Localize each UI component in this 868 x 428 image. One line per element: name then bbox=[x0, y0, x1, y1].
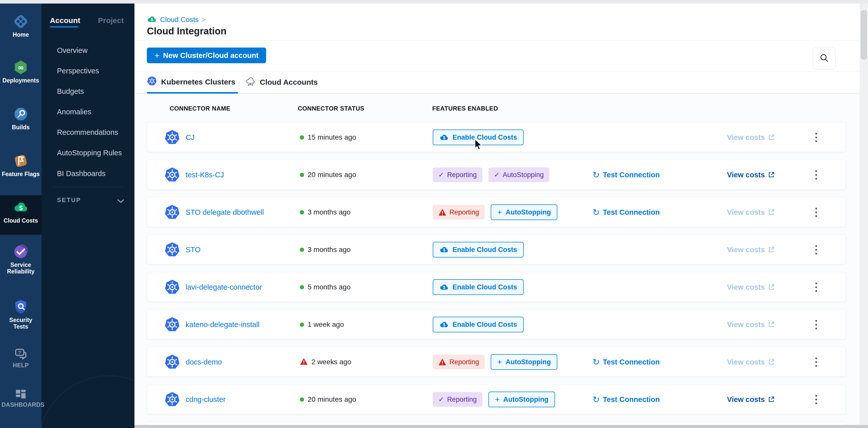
connector-status-text: 5 months ago bbox=[308, 283, 351, 291]
refresh-icon: ↻ bbox=[592, 208, 600, 217]
new-cluster-cloud-account-button[interactable]: + New Cluster/Cloud account bbox=[147, 47, 266, 63]
rail-item-feature-flags[interactable]: Feature Flags bbox=[0, 153, 41, 177]
check-icon: ✓ bbox=[438, 395, 444, 403]
window-top-strip bbox=[0, 0, 868, 4]
table-row: docs-demo2 weeks agoReporting+AutoStoppi… bbox=[147, 347, 846, 377]
add-autostopping-button[interactable]: +AutoStopping bbox=[491, 354, 557, 370]
rail-item-security-tests[interactable]: Security Tests bbox=[0, 299, 41, 330]
nav-item-overview[interactable]: Overview bbox=[57, 46, 88, 55]
test-connection-button[interactable]: ↻Test Connection bbox=[592, 197, 660, 227]
kebab-menu-icon bbox=[813, 242, 819, 257]
row-menu-button[interactable] bbox=[813, 235, 819, 265]
reporting-badge: ✓Reporting bbox=[433, 167, 483, 182]
row-menu-button[interactable] bbox=[813, 385, 819, 414]
rail-item-home[interactable]: Home bbox=[0, 14, 41, 38]
connector-name-link[interactable]: STO delegate dbothwell bbox=[186, 208, 264, 217]
status-ok-dot bbox=[300, 248, 304, 252]
vertical-scrollbar-thumb[interactable] bbox=[861, 10, 867, 60]
horizontal-scrollbar[interactable] bbox=[134, 425, 868, 428]
service-reliability-icon bbox=[0, 244, 41, 260]
vertical-scrollbar[interactable] bbox=[860, 4, 868, 428]
home-icon bbox=[0, 14, 41, 29]
svg-text:∞: ∞ bbox=[18, 63, 24, 72]
test-connection-button[interactable]: ↻Test Connection bbox=[592, 160, 660, 190]
row-menu-button[interactable] bbox=[813, 197, 819, 227]
row-menu-button[interactable] bbox=[813, 347, 819, 377]
search-icon bbox=[819, 53, 830, 64]
table-row: test-K8s-CJ20 minutes ago✓Reporting✓Auto… bbox=[147, 160, 846, 190]
row-menu-button[interactable] bbox=[813, 160, 819, 190]
view-costs-link[interactable]: View costs bbox=[727, 272, 775, 302]
add-autostopping-button[interactable]: +AutoStopping bbox=[489, 392, 555, 407]
rail-item-deployments[interactable]: ∞Deployments bbox=[0, 60, 41, 84]
svg-text:$: $ bbox=[443, 248, 445, 252]
status-ok-dot bbox=[300, 173, 304, 177]
rail-item-cloud-costs[interactable]: $Cloud Costs bbox=[0, 200, 41, 224]
feature-flags-icon bbox=[0, 153, 41, 169]
row-menu-button[interactable] bbox=[813, 123, 819, 152]
enable-cloud-costs-button[interactable]: $Enable Cloud Costs bbox=[433, 317, 524, 332]
connector-status-text: 2 weeks ago bbox=[311, 358, 351, 366]
view-costs-link[interactable]: View costs bbox=[727, 347, 775, 377]
view-costs-link[interactable]: View costs bbox=[727, 385, 775, 414]
view-costs-link[interactable]: View costs bbox=[727, 160, 775, 190]
connector-name-link[interactable]: kateno-delegate-install bbox=[186, 321, 259, 329]
view-costs-link[interactable]: View costs bbox=[727, 235, 775, 265]
connector-name-link[interactable]: STO bbox=[186, 245, 200, 254]
row-menu-button[interactable] bbox=[813, 309, 819, 339]
chevron-down-icon[interactable] bbox=[117, 198, 125, 205]
view-costs-link[interactable]: View costs bbox=[727, 123, 775, 152]
nav-item-recommendations[interactable]: Recommendations bbox=[57, 128, 118, 137]
enable-cloud-costs-button[interactable]: $Enable Cloud Costs bbox=[433, 242, 524, 258]
kubernetes-icon bbox=[164, 385, 180, 414]
connector-name-link[interactable]: lavi-delegate-connector bbox=[186, 283, 262, 291]
view-costs-link[interactable]: View costs bbox=[727, 197, 775, 227]
test-connection-button[interactable]: ↻Test Connection bbox=[592, 347, 660, 377]
plus-icon: + bbox=[497, 208, 502, 217]
nav-item-bi-dashboards[interactable]: BI Dashboards bbox=[57, 169, 105, 178]
enable-cloud-costs-button[interactable]: $Enable Cloud Costs bbox=[433, 279, 524, 295]
nav-item-anomalies[interactable]: Anomalies bbox=[57, 107, 91, 116]
cloud-costs-nav-panel: Account Project OverviewPerspectivesBudg… bbox=[41, 4, 134, 428]
svg-text:$: $ bbox=[443, 285, 445, 290]
tab-cloud-accounts[interactable]: Cloud Accounts bbox=[245, 76, 318, 88]
tab-kubernetes-clusters[interactable]: Kubernetes Clusters bbox=[147, 76, 235, 88]
rail-item-builds[interactable]: Builds bbox=[0, 106, 41, 131]
svg-text:$: $ bbox=[443, 136, 445, 140]
test-connection-button[interactable]: ↻Test Connection bbox=[592, 385, 660, 414]
add-autostopping-button[interactable]: +AutoStopping bbox=[491, 204, 557, 220]
row-menu-button[interactable] bbox=[813, 272, 819, 302]
nav-item-perspectives[interactable]: Perspectives bbox=[57, 67, 99, 75]
autostopping-badge: ✓AutoStopping bbox=[489, 167, 550, 182]
nav-item-autostopping-rules[interactable]: AutoStopping Rules bbox=[57, 149, 122, 157]
rail-item-help[interactable]: ?HELP bbox=[0, 348, 41, 368]
rail-item-dashboards[interactable]: DASHBOARDS bbox=[0, 389, 41, 408]
tab-account[interactable]: Account bbox=[50, 16, 80, 25]
nav-item-budgets[interactable]: Budgets bbox=[57, 87, 84, 96]
connector-name-link[interactable]: CJ bbox=[186, 133, 194, 142]
cloud-costs-icon: $ bbox=[0, 200, 41, 215]
breadcrumb-cloud-costs-link[interactable]: Cloud Costs bbox=[160, 16, 199, 24]
connector-name-link[interactable]: docs-demo bbox=[186, 358, 222, 366]
cloud-costs-icon: $ bbox=[147, 14, 157, 25]
nav-item-setup[interactable]: SETUP bbox=[57, 197, 81, 204]
refresh-icon: ↻ bbox=[592, 170, 600, 179]
svg-text:?: ? bbox=[19, 350, 21, 355]
kubernetes-icon bbox=[164, 235, 180, 265]
page-header: $ Cloud Costs > Cloud Integration bbox=[134, 4, 860, 41]
search-button[interactable] bbox=[813, 47, 836, 70]
connector-name-link[interactable]: cdng-cluster bbox=[186, 395, 226, 404]
enable-cloud-costs-button[interactable]: $Enable Cloud Costs bbox=[433, 130, 524, 145]
connector-name-link[interactable]: test-K8s-CJ bbox=[186, 171, 224, 179]
dashboards-icon bbox=[0, 389, 41, 399]
status-ok-dot bbox=[300, 135, 304, 140]
rail-item-service-reliability[interactable]: Service Reliability bbox=[0, 244, 41, 275]
kebab-menu-icon bbox=[813, 392, 819, 407]
table-row: lavi-delegate-connector5 months ago$Enab… bbox=[147, 272, 846, 302]
kebab-menu-icon bbox=[813, 355, 819, 369]
rail-item-label: DASHBOARDS bbox=[0, 401, 41, 408]
reporting-badge: Reporting bbox=[433, 205, 485, 220]
external-link-icon bbox=[768, 209, 775, 216]
tab-project[interactable]: Project bbox=[98, 16, 124, 25]
view-costs-link[interactable]: View costs bbox=[727, 309, 775, 339]
